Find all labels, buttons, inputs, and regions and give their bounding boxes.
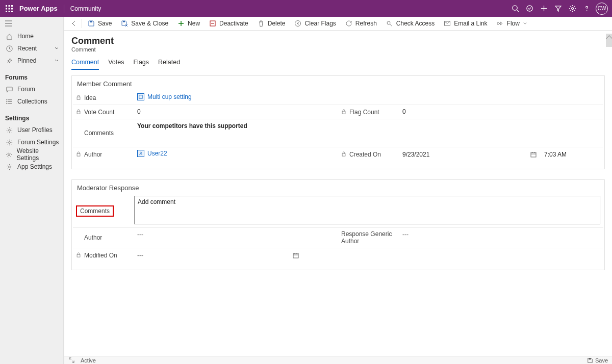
delete-button[interactable]: Delete: [253, 17, 290, 31]
save-icon: [88, 20, 95, 27]
sidebar-item-label: Recent: [17, 45, 37, 52]
clear-flags-button[interactable]: Clear Flags: [290, 17, 340, 31]
sidebar-item-label: Collections: [17, 98, 47, 105]
sidebar-item-website-settings[interactable]: Website Settings: [0, 148, 63, 161]
filter-icon[interactable]: [551, 2, 565, 16]
status-bar: Active Save: [64, 356, 612, 364]
lock-icon: [76, 109, 82, 115]
svg-line-10: [517, 10, 519, 12]
tab-votes[interactable]: Votes: [108, 59, 124, 70]
user-avatar[interactable]: CW: [596, 3, 608, 15]
main-area: Save Save & Close New Deactivate Delete …: [64, 17, 612, 364]
cmd-label: Deactivate: [219, 20, 248, 27]
record-status: Active: [81, 357, 96, 363]
tab-flags[interactable]: Flags: [133, 59, 149, 70]
settings-gear-icon[interactable]: [565, 2, 579, 16]
field-value-comments[interactable]: Your competitors have this supported: [134, 119, 603, 147]
target-icon[interactable]: [522, 2, 537, 16]
field-label: Author: [73, 228, 134, 248]
panel-member-comment: Member Comment Idea Multi cup setting: [71, 75, 605, 169]
field-label: Modified On: [73, 248, 134, 263]
svg-point-26: [6, 103, 7, 103]
svg-point-14: [571, 7, 573, 9]
lock-icon: [76, 95, 82, 101]
field-value-author[interactable]: User22: [134, 147, 338, 162]
gear-icon: [5, 138, 13, 146]
sidebar-item-app-settings[interactable]: App Settings: [0, 161, 63, 173]
new-button[interactable]: New: [173, 17, 205, 31]
moderator-comment-input[interactable]: [134, 196, 600, 224]
svg-rect-31: [90, 21, 92, 22]
field-label: Flag Count: [338, 105, 399, 119]
chevron-down-icon: [523, 21, 527, 26]
footer-save-button[interactable]: Save: [587, 357, 608, 363]
sidebar-item-user-profiles[interactable]: User Profiles: [0, 124, 63, 136]
cmd-label: Flow: [507, 20, 520, 27]
deactivate-button[interactable]: Deactivate: [205, 17, 253, 31]
lock-icon: [341, 109, 347, 115]
save-close-button[interactable]: Save & Close: [116, 17, 173, 31]
save-button[interactable]: Save: [83, 17, 116, 31]
page-title: Comment: [71, 36, 612, 46]
environment-name[interactable]: Community: [64, 5, 101, 12]
refresh-icon: [345, 20, 352, 27]
svg-point-37: [387, 21, 390, 24]
cmd-label: Save: [98, 20, 112, 27]
command-bar: Save Save & Close New Deactivate Delete …: [64, 17, 612, 31]
svg-rect-55: [589, 358, 591, 359]
refresh-button[interactable]: Refresh: [341, 17, 381, 31]
author-link[interactable]: User22: [137, 150, 167, 157]
plus-icon[interactable]: [537, 2, 551, 16]
svg-point-9: [512, 6, 517, 10]
field-value-idea[interactable]: Multi cup setting: [134, 91, 603, 105]
field-value-vote-count: 0: [134, 105, 338, 119]
svg-rect-8: [11, 11, 13, 12]
app-launcher-icon[interactable]: [4, 4, 14, 14]
field-value-resp-generic[interactable]: ---: [399, 228, 603, 248]
email-link-button[interactable]: Email a Link: [439, 17, 492, 31]
back-button[interactable]: [67, 20, 81, 27]
field-row-author-created: Author User22 Created On: [73, 147, 603, 162]
entity-name: Comment: [71, 46, 612, 53]
field-value-created-on: 9/23/2021 7:03 AM: [399, 147, 603, 162]
sidebar-item-recent[interactable]: Recent: [0, 42, 63, 55]
calendar-icon: [530, 151, 537, 158]
sidebar-item-forum-settings[interactable]: Forum Settings: [0, 136, 63, 148]
form-tabs: Comment Votes Flags Related: [64, 59, 612, 70]
cmd-label: Save & Close: [131, 20, 168, 27]
check-access-button[interactable]: Check Access: [381, 17, 439, 31]
record-header: Comment Comment: [64, 31, 612, 53]
record-icon: [137, 150, 144, 157]
cmd-label: Delete: [268, 20, 286, 27]
help-icon[interactable]: [579, 2, 594, 16]
panel-moderator-response: Moderator Response Comments Author: [71, 179, 605, 270]
chevron-down-icon: [54, 46, 59, 51]
tab-related[interactable]: Related: [158, 59, 180, 70]
sidebar-item-label: Forum: [17, 86, 35, 93]
expand-icon[interactable]: [68, 357, 75, 364]
search-icon[interactable]: [508, 2, 522, 16]
sidebar-toggle[interactable]: [0, 17, 63, 30]
scrollbar-up-icon[interactable]: [606, 34, 612, 47]
lock-icon: [76, 252, 82, 258]
sidebar-item-pinned[interactable]: Pinned: [0, 55, 63, 67]
chevron-down-icon: [54, 58, 59, 63]
field-label: Comments: [73, 119, 134, 147]
sidebar-item-label: Pinned: [17, 57, 36, 64]
field-value-mod-author[interactable]: ---: [134, 228, 338, 248]
svg-rect-1: [9, 5, 10, 7]
flow-icon: [497, 20, 504, 27]
lock-icon: [341, 151, 347, 158]
svg-rect-4: [9, 8, 10, 9]
svg-rect-3: [6, 8, 7, 9]
sidebar-item-collections[interactable]: Collections: [0, 95, 63, 108]
idea-link[interactable]: Multi cup setting: [137, 93, 192, 100]
flow-button[interactable]: Flow: [492, 17, 532, 31]
sidebar-item-forum[interactable]: Forum: [0, 83, 63, 95]
cmd-label: Clear Flags: [304, 20, 336, 27]
cmd-label: Email a Link: [454, 20, 487, 27]
trash-icon: [258, 20, 265, 27]
sidebar-item-home[interactable]: Home: [0, 30, 63, 42]
tab-comment[interactable]: Comment: [71, 59, 99, 70]
sidebar-section-forums: Forums: [0, 71, 63, 83]
